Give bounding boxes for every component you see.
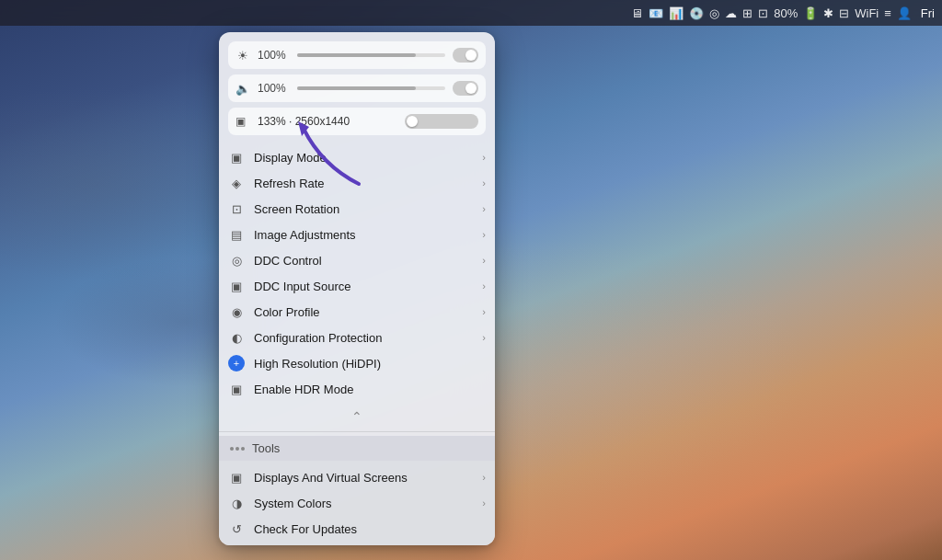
menu-item-ddc-input[interactable]: ▣ DDC Input Source ›	[219, 273, 495, 299]
menu-items-section: ▣ Display Mode › ◈ Refresh Rate › ⊡ Scre…	[219, 141, 495, 406]
cloud-icon[interactable]: ☁	[725, 6, 737, 20]
resolution-icon: ▣	[236, 115, 250, 128]
refresh-rate-arrow: ›	[482, 177, 486, 189]
menu-bar-icons: 🖥 📧 📊 💿 ◎ ☁ ⊞ ⊡ 80% 🔋 ✱ ⊟ WiFi ≡ 👤 Fri	[631, 6, 935, 20]
wifi-icon[interactable]: WiFi	[855, 6, 879, 20]
display-mode-arrow: ›	[482, 152, 486, 163]
display-mode-icon: ▣	[228, 149, 245, 166]
menu-item-enable-hdr[interactable]: ▣ Enable HDR Mode	[219, 376, 495, 402]
collapse-indicator[interactable]: ⌃	[219, 406, 495, 428]
brightness-toggle[interactable]	[453, 48, 478, 63]
menu-bar-time: Fri	[921, 6, 935, 20]
menu-item-refresh-rate[interactable]: ◈ Refresh Rate ›	[219, 170, 495, 196]
volume-track[interactable]	[297, 86, 445, 90]
tools-section: Tools ▣ Displays And Virtual Screens › ◑…	[219, 436, 495, 545]
config-protection-arrow: ›	[482, 332, 486, 343]
brightness-row[interactable]: ☀ 100%	[228, 41, 486, 69]
sliders-section: ☀ 100% 🔈 100% ▣ 133% · 2560x1440	[219, 32, 495, 141]
color-profile-label: Color Profile	[254, 305, 473, 319]
volume-fill	[297, 86, 416, 90]
volume-toggle[interactable]	[453, 81, 478, 96]
high-resolution-icon: +	[228, 355, 245, 371]
color-profile-arrow: ›	[482, 306, 486, 317]
check-updates-icon: ↺	[228, 520, 245, 537]
config-protection-icon: ◐	[228, 329, 245, 346]
check-updates-label: Check For Updates	[254, 522, 486, 536]
resolution-slider[interactable]	[405, 114, 478, 129]
avatar-icon[interactable]: 👤	[897, 6, 912, 20]
dropdown-menu: ☀ 100% 🔈 100% ▣ 133% · 2560x1440	[219, 32, 495, 545]
ddc-input-arrow: ›	[482, 280, 486, 291]
screen-rotation-arrow: ›	[482, 203, 486, 214]
ddc-input-label: DDC Input Source	[254, 280, 473, 293]
image-adjustments-arrow: ›	[482, 229, 486, 240]
refresh-rate-icon: ◈	[228, 175, 245, 191]
volume-icon: 🔈	[236, 82, 250, 96]
brightness-icon: ☀	[236, 49, 250, 63]
menu-item-check-updates[interactable]: ↺ Check For Updates	[219, 516, 495, 542]
menu-bar: 🖥 📧 📊 💿 ◎ ☁ ⊞ ⊡ 80% 🔋 ✱ ⊟ WiFi ≡ 👤 Fri	[0, 0, 942, 26]
battery-text: 80%	[774, 6, 798, 20]
resolution-label: 133% · 2560x1440	[258, 115, 397, 128]
high-resolution-label: High Resolution (HiDPI)	[254, 357, 486, 371]
refresh-rate-label: Refresh Rate	[254, 177, 473, 190]
menu-item-screen-rotation[interactable]: ⊡ Screen Rotation ›	[219, 196, 495, 222]
menu-item-ddc-control[interactable]: ◎ DDC Control ›	[219, 247, 495, 273]
displays-virtual-label: Displays And Virtual Screens	[254, 471, 473, 485]
menu-item-config-protection[interactable]: ◐ Configuration Protection ›	[219, 325, 495, 350]
displays-virtual-icon: ▣	[228, 469, 245, 486]
resolution-row[interactable]: ▣ 133% · 2560x1440	[228, 108, 486, 135]
displays-virtual-arrow: ›	[482, 472, 486, 483]
bottom-menu-items: ▣ Displays And Virtual Screens › ◑ Syste…	[219, 461, 495, 545]
menu-item-display-mode[interactable]: ▣ Display Mode ›	[219, 144, 495, 170]
display-icon[interactable]: ⊟	[839, 6, 849, 20]
disk-icon[interactable]: 💿	[689, 6, 704, 20]
color-profile-icon: ◉	[228, 303, 245, 320]
config-protection-label: Configuration Protection	[254, 331, 473, 345]
image-adjustments-label: Image Adjustments	[254, 228, 473, 242]
system-colors-icon: ◑	[228, 495, 245, 511]
volume-value: 100%	[258, 82, 290, 95]
bluetooth-icon[interactable]: ✱	[823, 6, 833, 20]
control-center-icon[interactable]: ≡	[884, 6, 891, 20]
brightness-value: 100%	[258, 49, 290, 62]
grid-icon[interactable]: ⊞	[742, 6, 752, 20]
display-mode-label: Display Mode	[254, 151, 473, 165]
enable-hdr-label: Enable HDR Mode	[254, 383, 486, 396]
tools-header: Tools	[219, 436, 495, 461]
screen-rotation-label: Screen Rotation	[254, 202, 473, 216]
menu-item-color-profile[interactable]: ◉ Color Profile ›	[219, 299, 495, 325]
system-colors-label: System Colors	[254, 497, 473, 510]
collapse-arrow: ⌃	[351, 409, 362, 424]
monitor-icon[interactable]: 🖥	[631, 6, 643, 20]
menu-item-displays-virtual[interactable]: ▣ Displays And Virtual Screens ›	[219, 464, 495, 490]
enable-hdr-icon: ▣	[228, 381, 245, 397]
tools-label: Tools	[252, 441, 280, 455]
section-divider	[219, 431, 495, 432]
ddc-control-arrow: ›	[482, 255, 486, 266]
resolution-knob	[407, 116, 418, 127]
ddc-input-icon: ▣	[228, 278, 245, 294]
brightness-fill	[297, 53, 416, 57]
menu-item-image-adjustments[interactable]: ▤ Image Adjustments ›	[219, 222, 495, 247]
menu-item-system-colors[interactable]: ◑ System Colors ›	[219, 490, 495, 516]
image-adjustments-icon: ▤	[228, 226, 245, 243]
ddc-control-label: DDC Control	[254, 254, 473, 268]
graph-icon[interactable]: 📊	[669, 6, 684, 20]
battery-icon[interactable]: 🔋	[803, 6, 818, 20]
system-colors-arrow: ›	[482, 497, 486, 509]
screen-rotation-icon: ⊡	[228, 200, 245, 217]
menu-item-high-resolution[interactable]: + High Resolution (HiDPI)	[219, 350, 495, 376]
mail-icon[interactable]: 📧	[649, 6, 663, 20]
cast-icon[interactable]: ⊡	[758, 6, 768, 20]
circle-icon[interactable]: ◎	[709, 6, 719, 20]
volume-row[interactable]: 🔈 100%	[228, 74, 486, 102]
brightness-track[interactable]	[297, 53, 445, 57]
tools-dots-icon	[230, 447, 245, 451]
ddc-control-icon: ◎	[228, 252, 245, 269]
